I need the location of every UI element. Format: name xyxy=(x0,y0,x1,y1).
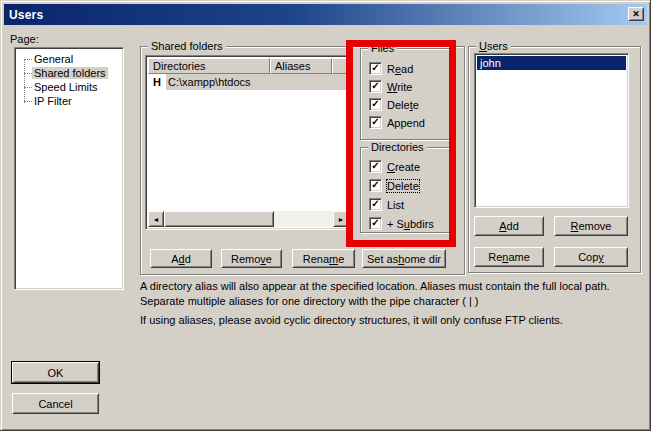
directories-permissions-group: Directories ✓ Create ✓ Delete ✓ List ✓ +… xyxy=(360,147,450,233)
user-copy-button[interactable]: Copy xyxy=(554,247,628,267)
user-remove-button[interactable]: Remove xyxy=(554,216,628,236)
checkbox-row-create[interactable]: ✓ Create xyxy=(369,160,449,173)
users-dialog: Users ✕ Page: General Shared folders Spe… xyxy=(0,0,651,431)
title-bar[interactable]: Users ✕ xyxy=(4,4,647,25)
scroll-right-arrow-icon[interactable]: ► xyxy=(333,211,349,227)
delete-file-checkbox[interactable]: ✓ xyxy=(369,98,382,111)
shared-add-button[interactable]: Add xyxy=(150,249,212,268)
check-icon: ✓ xyxy=(371,117,379,127)
scroll-left-arrow-icon[interactable]: ◄ xyxy=(148,211,164,227)
files-group-label: Files xyxy=(368,42,397,55)
table-row[interactable]: H C:\xampp\htdocs xyxy=(148,74,349,90)
checkbox-row-delete-file[interactable]: ✓ Delete xyxy=(369,98,449,111)
directories-list[interactable]: Directories Aliases H C:\xampp\htdocs ◄ … xyxy=(145,55,352,230)
window-title: Users xyxy=(4,8,43,22)
horizontal-scrollbar[interactable]: ◄ ► xyxy=(148,211,349,227)
check-icon: ✓ xyxy=(371,218,379,228)
delete-dir-checkbox[interactable]: ✓ xyxy=(369,179,382,192)
list-item-user[interactable]: john xyxy=(477,56,626,70)
checkbox-row-append[interactable]: ✓ Append xyxy=(369,116,449,129)
check-icon: ✓ xyxy=(371,199,379,209)
append-checkbox-label: Append xyxy=(387,117,425,129)
page-tree: General Shared folders Speed Limits IP F… xyxy=(17,52,121,108)
files-permissions-group: Files ✓ Read ✓ Write ✓ Delete ✓ Append xyxy=(360,48,450,140)
scrollbar-track[interactable] xyxy=(274,211,333,227)
subdirs-checkbox[interactable]: ✓ xyxy=(369,217,382,230)
write-checkbox-label: Write xyxy=(387,81,412,93)
read-checkbox-label: Read xyxy=(387,63,413,75)
delete-file-checkbox-label: Delete xyxy=(387,99,419,111)
checkbox-row-list[interactable]: ✓ List xyxy=(369,198,449,211)
create-checkbox-label: Create xyxy=(387,161,420,173)
users-group-label: Users xyxy=(476,40,511,53)
delete-dir-checkbox-label: Delete xyxy=(387,180,419,192)
user-rename-button[interactable]: Rename xyxy=(474,247,544,267)
sidebar-item-ip-filter[interactable]: IP Filter xyxy=(17,94,121,108)
create-checkbox[interactable]: ✓ xyxy=(369,160,382,173)
user-add-button[interactable]: Add xyxy=(474,216,544,236)
check-icon: ✓ xyxy=(371,81,379,91)
cyclic-note-text: If using aliases, please avoid cyclic di… xyxy=(140,313,642,328)
checkbox-row-read[interactable]: ✓ Read xyxy=(369,62,449,75)
check-icon: ✓ xyxy=(371,161,379,171)
sidebar-item-general[interactable]: General xyxy=(17,52,121,66)
cancel-button[interactable]: Cancel xyxy=(12,393,99,414)
check-icon: ✓ xyxy=(371,180,379,190)
checkbox-row-subdirs[interactable]: ✓ + Subdirs xyxy=(369,217,449,230)
ok-button[interactable]: OK xyxy=(12,362,99,383)
read-checkbox[interactable]: ✓ xyxy=(369,62,382,75)
sidebar-item-shared-folders[interactable]: Shared folders xyxy=(17,66,121,80)
check-icon: ✓ xyxy=(371,63,379,73)
column-header-directories[interactable]: Directories xyxy=(148,58,270,74)
write-checkbox[interactable]: ✓ xyxy=(369,80,382,93)
append-checkbox[interactable]: ✓ xyxy=(369,116,382,129)
directories-group-label: Directories xyxy=(368,141,427,154)
shared-folders-group-label: Shared folders xyxy=(148,40,226,53)
directory-path: C:\xampp\htdocs xyxy=(166,74,349,90)
column-header-aliases[interactable]: Aliases xyxy=(270,58,332,74)
column-header-filler xyxy=(332,58,349,74)
list-checkbox[interactable]: ✓ xyxy=(369,198,382,211)
check-icon: ✓ xyxy=(371,99,379,109)
page-listbox[interactable]: General Shared folders Speed Limits IP F… xyxy=(14,47,124,290)
set-as-home-dir-button[interactable]: Set as home dir xyxy=(362,249,446,268)
scrollbar-thumb[interactable] xyxy=(164,211,274,227)
checkbox-row-delete-dir[interactable]: ✓ Delete xyxy=(369,179,449,192)
users-listbox[interactable]: john xyxy=(474,53,629,208)
shared-rename-button[interactable]: Rename xyxy=(292,249,355,268)
close-icon[interactable]: ✕ xyxy=(628,7,644,21)
sidebar-item-speed-limits[interactable]: Speed Limits xyxy=(17,80,121,94)
list-header: Directories Aliases xyxy=(148,58,349,74)
page-label: Page: xyxy=(10,33,39,45)
alias-note-text: A directory alias will also appear at th… xyxy=(140,279,642,309)
list-checkbox-label: List xyxy=(387,199,404,211)
subdirs-checkbox-label: + Subdirs xyxy=(387,218,434,230)
shared-remove-button[interactable]: Remove xyxy=(221,249,282,268)
home-dir-marker: H xyxy=(148,74,166,90)
checkbox-row-write[interactable]: ✓ Write xyxy=(369,80,449,93)
